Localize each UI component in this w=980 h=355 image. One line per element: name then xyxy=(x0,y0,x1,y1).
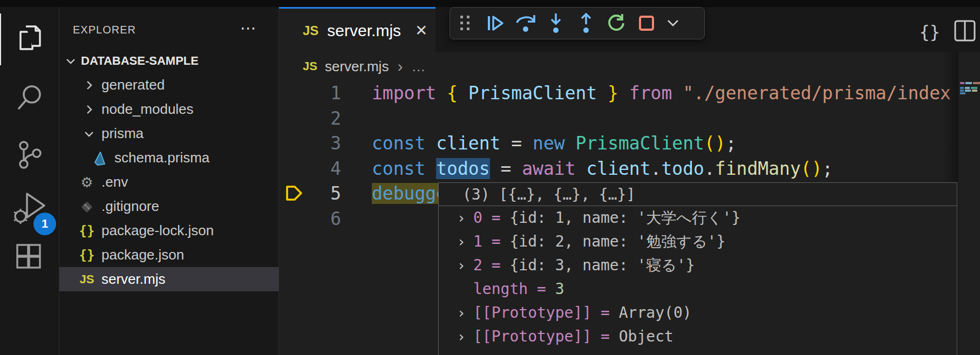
gear-icon: ⚙ xyxy=(79,174,95,190)
split-editor-icon[interactable] xyxy=(954,20,976,44)
section-label: DATABASE-SAMPLE xyxy=(81,54,199,68)
debug-value-popup: (3) [{…}, {…}, {…}] › 0 = {id: 1, name: … xyxy=(438,182,957,355)
javascript-icon: JS xyxy=(303,23,318,38)
debug-badge: 1 xyxy=(33,213,56,235)
code-line-1: import { PrismaClient } from "./generate… xyxy=(279,80,958,106)
chevron-down-icon xyxy=(65,55,77,67)
chevron-right-icon[interactable]: › xyxy=(457,254,473,277)
popup-row-prototype-array[interactable]: › [[Prototype]] = Array(0) xyxy=(439,301,957,325)
breadcrumb-more[interactable]: … xyxy=(411,58,425,75)
restart-button[interactable] xyxy=(601,10,631,36)
activity-source-control-button[interactable] xyxy=(0,130,59,182)
step-over-button[interactable] xyxy=(511,10,541,36)
source-control-icon xyxy=(15,139,45,173)
tree-item-label: prisma xyxy=(101,125,144,142)
step-into-button[interactable] xyxy=(541,10,571,36)
tree-item-label: .env xyxy=(101,174,128,190)
debug-toolbar xyxy=(450,7,705,39)
minimap-line xyxy=(960,92,967,94)
tree-item-package-lock[interactable]: {} package-lock.json xyxy=(59,219,279,243)
breadcrumb-file[interactable]: server.mjs xyxy=(325,58,389,75)
tree-item-prisma[interactable]: prisma xyxy=(59,121,279,146)
breadcrumb[interactable]: JS server.mjs › … xyxy=(279,52,958,80)
tree-item-label: server.mjs xyxy=(101,271,165,288)
chevron-right-icon: › xyxy=(397,57,403,76)
explorer-sidebar: EXPLORER ⋯ DATABASE-SAMPLE generated nod… xyxy=(59,7,279,355)
chevron-down-icon xyxy=(83,128,95,140)
more-actions-icon[interactable]: ⋯ xyxy=(240,18,256,37)
tree-item-env[interactable]: ⚙ .env xyxy=(59,170,279,194)
explorer-header: EXPLORER ⋯ xyxy=(59,19,278,41)
popup-array-preview: (3) [{…}, {…}, {…}] xyxy=(439,183,957,206)
popup-row-length[interactable]: › length = 3 xyxy=(439,277,957,301)
popup-row-index-1[interactable]: › 1 = {id: 2, name: '勉強する'} xyxy=(439,230,957,254)
tree-item-server-mjs[interactable]: JS server.mjs xyxy=(59,267,279,291)
tab-label: server.mjs xyxy=(327,22,401,40)
tree-item-generated[interactable]: generated xyxy=(59,73,279,97)
window-top-strip xyxy=(0,0,980,7)
files-icon xyxy=(16,23,44,56)
popup-row-index-2[interactable]: › 2 = {id: 3, name: '寝る'} xyxy=(439,254,957,277)
json-braces-icon: {} xyxy=(79,223,95,238)
chevron-right-icon xyxy=(83,79,95,91)
chevron-right-icon[interactable]: › xyxy=(457,301,473,325)
minimap-line xyxy=(960,87,978,89)
activity-run-debug-button[interactable]: 1 xyxy=(0,183,59,235)
tree-item-label: package-lock.json xyxy=(101,222,214,239)
step-out-button[interactable] xyxy=(571,10,601,36)
json-braces-icon: {} xyxy=(79,248,95,263)
activity-extensions-button[interactable] xyxy=(0,235,59,286)
javascript-icon: JS xyxy=(79,272,95,286)
prisma-icon xyxy=(92,151,108,166)
javascript-icon: JS xyxy=(303,59,317,73)
tree-item-label: schema.prisma xyxy=(114,149,209,166)
minimap[interactable] xyxy=(958,52,980,355)
brackets-icon[interactable]: {} xyxy=(919,22,940,42)
tree-item-label: package.json xyxy=(101,247,184,263)
drag-handle-icon[interactable] xyxy=(450,10,480,36)
code-line-4: const todos = await client.todo.findMany… xyxy=(279,156,958,181)
popup-row-prototype-object[interactable]: › [[Prototype]] = Object xyxy=(439,325,957,349)
search-icon xyxy=(15,83,45,115)
tree-item-package-json[interactable]: {} package.json xyxy=(59,243,279,267)
continue-button[interactable] xyxy=(480,10,511,36)
activity-bar: 1 xyxy=(0,7,59,355)
activity-search-button[interactable] xyxy=(0,73,59,125)
minimap-line xyxy=(960,90,978,92)
extensions-icon xyxy=(14,244,45,277)
chevron-right-icon[interactable]: › xyxy=(457,230,473,254)
minimap-line xyxy=(960,82,980,84)
chevron-right-icon[interactable]: › xyxy=(457,325,473,349)
explorer-section-database-sample[interactable]: DATABASE-SAMPLE xyxy=(59,49,278,73)
code-line-3: const client = new PrismaClient(); xyxy=(279,131,958,156)
popup-row-index-0[interactable]: › 0 = {id: 1, name: '大学へ行く'} xyxy=(439,206,957,230)
code-line-2 xyxy=(279,106,958,131)
tree-item-gitignore[interactable]: .gitignore xyxy=(59,194,279,219)
explorer-title: EXPLORER xyxy=(73,24,136,36)
stop-button[interactable] xyxy=(631,10,662,36)
tree-item-schema-prisma[interactable]: schema.prisma xyxy=(59,146,279,170)
tree-item-label: node_modules xyxy=(101,101,194,118)
tree-item-node-modules[interactable]: node_modules xyxy=(59,97,279,121)
activity-explorer-button[interactable] xyxy=(0,13,59,65)
git-icon xyxy=(79,199,95,214)
chevron-down-icon[interactable] xyxy=(662,10,684,36)
tree-item-label: .gitignore xyxy=(101,198,159,215)
chevron-right-icon[interactable]: › xyxy=(457,206,473,230)
chevron-right-icon xyxy=(83,104,95,115)
tree-item-label: generated xyxy=(101,77,165,93)
tab-server-mjs[interactable]: JS server.mjs ✕ xyxy=(279,7,435,52)
editor-actions: {} xyxy=(919,20,976,44)
close-icon[interactable]: ✕ xyxy=(415,22,427,39)
